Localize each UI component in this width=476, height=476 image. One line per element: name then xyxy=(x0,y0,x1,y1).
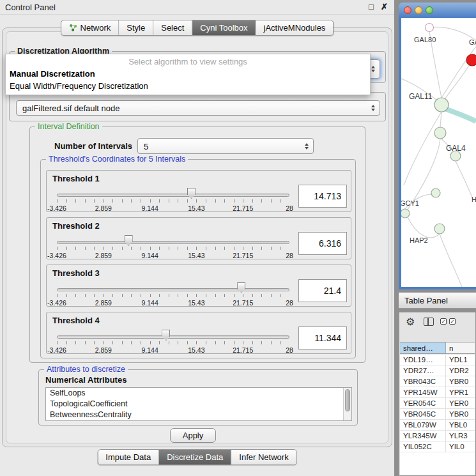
table-row[interactable]: YER054C YER0 xyxy=(400,398,475,409)
tab-cyni-toolbox-label: Cyni Toolbox xyxy=(200,23,247,33)
network-node-gal4[interactable] xyxy=(434,127,446,139)
list-item-betweennesscentrality[interactable]: BetweennessCentrality xyxy=(46,410,351,420)
threshold-4-value-field[interactable]: 11.344 xyxy=(298,326,347,349)
network-canvas[interactable]: GAL80 GA GAL11 GAL4 GCY1 H HAP2 xyxy=(401,18,476,287)
scale-label: 28 xyxy=(286,299,293,307)
threshold-1-value-field[interactable]: 14.713 xyxy=(298,185,347,208)
columns-icon[interactable] xyxy=(424,318,434,326)
table-row[interactable]: YDL19… YDL1 xyxy=(400,355,475,365)
list-item-topologicalcoefficient[interactable]: TopologicalCoefficient xyxy=(46,399,351,410)
network-node-gal80[interactable] xyxy=(426,24,434,32)
table-row[interactable]: YBR045C YBR0 xyxy=(400,409,475,420)
list-scrollbar[interactable] xyxy=(343,388,351,420)
tab-jactivemnodules-label: jActiveMNodules xyxy=(264,23,326,33)
minimize-traffic-light-icon[interactable] xyxy=(415,6,422,14)
table-row[interactable]: YLR345W YLR3 xyxy=(400,431,475,441)
float-window-icon[interactable]: □ xyxy=(369,2,374,12)
slider-thumb[interactable] xyxy=(162,330,170,341)
zoom-traffic-light-icon[interactable] xyxy=(426,6,433,14)
table-data-combobox[interactable]: galFiltered.sif default node xyxy=(16,100,380,116)
threshold-2-slider[interactable]: -3.426 2.859 9.144 15.43 21.715 28 xyxy=(56,233,291,259)
threshold-1-label: Threshold 1 xyxy=(52,174,100,183)
scale-label: -3.426 xyxy=(47,299,66,307)
scale-label: 2.859 xyxy=(95,204,112,212)
table-panel-bar: Table Panel xyxy=(399,292,476,309)
slider-thumb[interactable] xyxy=(237,282,245,293)
control-panel-tabs: Network Style Select Cyni Toolbox jActiv… xyxy=(61,20,334,36)
table-row[interactable]: YBL079W YBL0 xyxy=(400,420,475,431)
node-label-cut-right: H xyxy=(472,196,476,203)
tab-style[interactable]: Style xyxy=(119,20,153,35)
network-node-selected-red[interactable] xyxy=(466,54,476,66)
tab-cyni-toolbox[interactable]: Cyni Toolbox xyxy=(192,20,256,35)
tab-infer-network[interactable]: Infer Network xyxy=(231,450,296,464)
network-node-gcy1[interactable] xyxy=(401,209,410,218)
select-all-checkbox-icon[interactable]: ✓ xyxy=(440,318,447,325)
cell-name: YLR3 xyxy=(446,431,475,441)
column-header-name[interactable]: n xyxy=(446,342,475,353)
slider-track[interactable] xyxy=(57,335,289,339)
close-icon[interactable]: ✗ xyxy=(381,2,388,12)
scale-label: 2.859 xyxy=(95,299,112,307)
dropdown-option-manual-discretization[interactable]: Manual Discretization xyxy=(6,68,370,80)
tab-select[interactable]: Select xyxy=(153,20,192,35)
tab-network-label: Network xyxy=(81,23,111,33)
scale-label: -3.426 xyxy=(47,204,66,212)
threshold-4-box: Threshold 4 -3.426 2.859 9.144 15.43 21.… xyxy=(46,312,351,354)
cell-shared-name: YBL079W xyxy=(400,420,446,430)
scale-label: 15.43 xyxy=(188,299,204,307)
slider-thumb[interactable] xyxy=(125,235,133,246)
slider-thumb[interactable] xyxy=(187,188,196,199)
threshold-4-slider[interactable]: -3.426 2.859 9.144 15.43 21.715 28 xyxy=(56,328,291,353)
number-of-intervals-combobox[interactable]: 5 xyxy=(137,138,314,154)
slider-track[interactable] xyxy=(57,241,289,244)
threshold-3-box: Threshold 3 -3.426 2.859 9.144 15.43 21.… xyxy=(46,265,351,307)
table-row[interactable]: YDR27… YDR2 xyxy=(400,365,475,376)
network-node-hap2[interactable] xyxy=(434,224,445,234)
tab-infer-network-label: Infer Network xyxy=(239,452,288,462)
network-node[interactable] xyxy=(431,188,440,197)
threshold-2-value-field[interactable]: 6.316 xyxy=(298,232,347,255)
node-label-cut-right: GA xyxy=(469,38,476,46)
table-row[interactable]: YPR145W YPR1 xyxy=(400,387,475,398)
scale-label: 28 xyxy=(286,346,293,354)
threshold-3-value-field[interactable]: 21.4 xyxy=(298,279,347,302)
dropdown-option-equal-width-frequency[interactable]: Equal Width/Frequency Discretization xyxy=(6,80,370,92)
tab-jactivemnodules[interactable]: jActiveMNodules xyxy=(256,20,334,35)
scale-label: 15.43 xyxy=(188,204,204,212)
select-none-checkbox-icon[interactable]: ✓ xyxy=(449,318,456,325)
slider-track[interactable] xyxy=(57,288,289,291)
list-item-selfloops[interactable]: SelfLoops xyxy=(46,388,351,399)
slider-ticks xyxy=(57,341,289,344)
threshold-1-box: Threshold 1 -3.426 2.859 9.144 15.43 21.… xyxy=(46,170,351,212)
tab-discretize-data[interactable]: Discretize Data xyxy=(159,450,231,464)
network-node-gal11[interactable] xyxy=(434,98,449,112)
table-row[interactable]: YBR043C YBR0 xyxy=(400,376,475,387)
threshold-2-label: Threshold 2 xyxy=(52,221,100,231)
slider-track[interactable] xyxy=(57,194,289,197)
scrollbar-thumb[interactable] xyxy=(345,389,350,411)
cell-name: YDL1 xyxy=(446,355,475,365)
scale-label: 28 xyxy=(286,252,293,259)
apply-button[interactable]: Apply xyxy=(170,428,216,443)
node-label-gal80: GAL80 xyxy=(414,36,436,43)
numerical-attributes-heading: Numerical Attributes xyxy=(45,375,127,385)
gear-icon[interactable]: ⚙ xyxy=(406,316,415,328)
slider-ticks xyxy=(57,247,289,250)
node-label-gal11: GAL11 xyxy=(409,92,433,101)
tab-network[interactable]: Network xyxy=(61,20,119,35)
close-traffic-light-icon[interactable] xyxy=(404,6,411,14)
tab-impute-data[interactable]: Impute Data xyxy=(98,450,159,464)
threshold-3-slider[interactable]: -3.426 2.859 9.144 15.43 21.715 28 xyxy=(56,280,291,306)
cell-shared-name: YLR345W xyxy=(400,431,446,441)
scale-label: 21.715 xyxy=(233,204,253,212)
threshold-1-slider[interactable]: -3.426 2.859 9.144 15.43 21.715 28 xyxy=(56,186,291,211)
threshold-4-label: Threshold 4 xyxy=(52,316,100,325)
table-row[interactable]: YIL052C YIL0 xyxy=(400,441,475,452)
cell-shared-name: YIL052C xyxy=(400,441,446,452)
control-panel-titlebar: Control Panel □ ✗ xyxy=(0,0,394,15)
tab-discretize-data-label: Discretize Data xyxy=(167,452,223,462)
network-window-titlebar xyxy=(399,3,476,18)
slider-scale: -3.426 2.859 9.144 15.43 21.715 28 xyxy=(57,299,289,307)
column-header-shared-name[interactable]: shared… xyxy=(400,342,446,353)
